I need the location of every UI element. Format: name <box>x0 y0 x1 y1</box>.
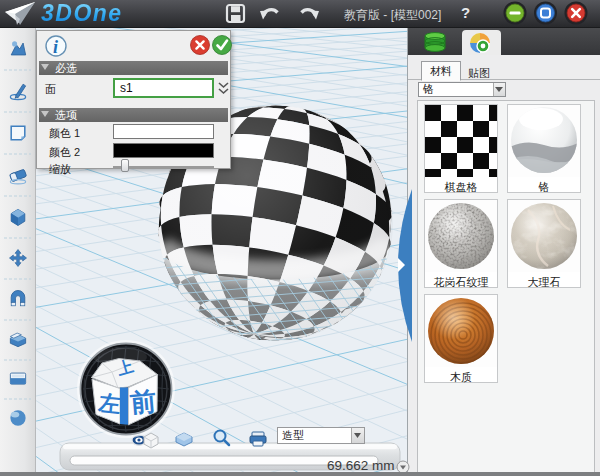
svg-text:前: 前 <box>128 386 158 418</box>
svg-text:左: 左 <box>96 390 121 417</box>
svg-text:i: i <box>53 37 58 57</box>
